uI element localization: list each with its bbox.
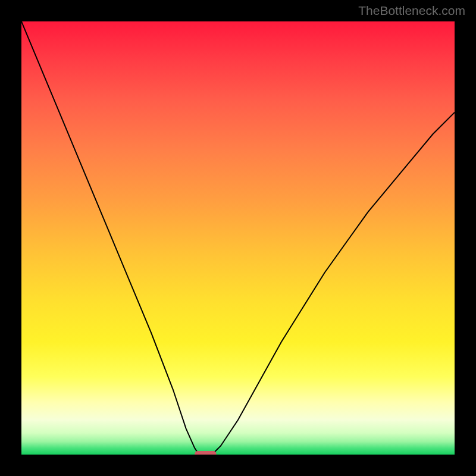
watermark-text: TheBottleneck.com: [358, 4, 465, 18]
chart-plot-area: [21, 21, 455, 455]
chart-svg: [21, 21, 455, 455]
minimum-marker: [195, 451, 216, 455]
curve-right-branch: [212, 112, 455, 455]
curve-left-branch: [21, 21, 199, 455]
